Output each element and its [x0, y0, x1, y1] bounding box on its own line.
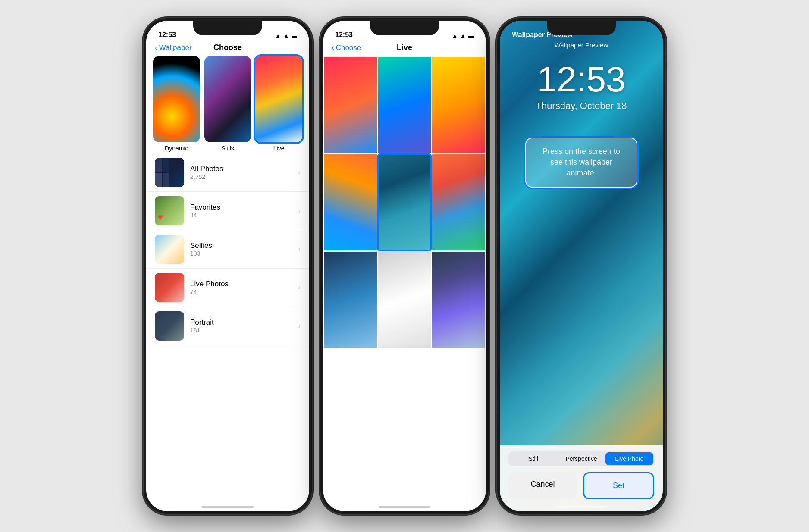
live-cell-1[interactable]: [324, 57, 377, 153]
selfies-thumb: [155, 235, 184, 264]
portrait-name: Portrait: [190, 318, 292, 327]
list-item-all-photos[interactable]: All Photos 2,752 ›: [146, 153, 309, 192]
phone-2-notch: [370, 21, 439, 35]
live-wallpaper-grid: [323, 56, 486, 349]
dynamic-thumb: [153, 56, 200, 142]
photo-albums-list: All Photos 2,752 › ♥ Favorites 34 ›: [146, 153, 309, 345]
phone-1-notch: [193, 21, 262, 35]
phone-1: 12:53 ▲ ▲ ▬ ‹ Wallpaper Choose: [144, 18, 312, 514]
dynamic-label: Dynamic: [153, 145, 200, 152]
phone-2-nav-bar: ‹ Choose Live: [323, 41, 486, 56]
preview-date: Thursday, October 18: [536, 100, 627, 112]
list-item-favorites[interactable]: ♥ Favorites 34 ›: [146, 192, 309, 230]
selfies-info: Selfies 103: [190, 241, 292, 257]
phone-1-inner: 12:53 ▲ ▲ ▬ ‹ Wallpaper Choose: [146, 21, 309, 511]
all-photos-name: All Photos: [190, 165, 292, 173]
signal-icon: ▲: [275, 32, 281, 39]
signal-icon: ▲: [452, 32, 458, 39]
battery-icon: ▬: [468, 32, 474, 39]
stills-thumb: [204, 56, 251, 142]
live-cell-2[interactable]: [378, 57, 431, 153]
battery-icon: ▬: [292, 32, 297, 39]
preview-overlay: Wallpaper Preview Wallpaper Preview 12:5…: [500, 21, 663, 511]
live-cell-6[interactable]: [432, 154, 485, 250]
chevron-left-icon: ‹: [332, 44, 334, 52]
phone-2-status-icons: ▲ ▲ ▬: [452, 32, 474, 39]
all-photos-thumb: [155, 158, 184, 187]
favorites-name: Favorites: [190, 203, 292, 212]
home-indicator: [379, 506, 430, 508]
favorites-count: 34: [190, 212, 292, 219]
portrait-info: Portrait 181: [190, 318, 292, 334]
home-indicator: [202, 506, 254, 508]
phones-container: 12:53 ▲ ▲ ▬ ‹ Wallpaper Choose: [135, 9, 674, 523]
phone-2-inner: 12:53 ▲ ▲ ▬ ‹ Choose Live: [323, 21, 486, 511]
list-item-selfies[interactable]: Selfies 103 ›: [146, 230, 309, 269]
selfies-count: 103: [190, 250, 292, 257]
seg-live-photo[interactable]: Live Photo: [605, 452, 653, 465]
seg-still[interactable]: Still: [509, 452, 557, 465]
portrait-thumb: [155, 311, 184, 341]
stills-label: Stills: [204, 145, 251, 152]
live-cell-7[interactable]: [324, 252, 377, 348]
phone-2: 12:53 ▲ ▲ ▬ ‹ Choose Live: [320, 18, 489, 514]
phone-2-back-button[interactable]: ‹ Choose: [332, 44, 361, 52]
wallpaper-type-dynamic[interactable]: Dynamic: [153, 56, 200, 152]
press-hint-text: Press on the screen to see this wallpape…: [542, 147, 620, 177]
live-cell-4[interactable]: [324, 154, 377, 250]
set-button[interactable]: Set: [583, 472, 654, 499]
wifi-icon: ▲: [283, 32, 289, 39]
favorites-thumb: ♥: [155, 196, 184, 225]
portrait-count: 181: [190, 327, 292, 334]
chevron-icon: ›: [298, 169, 301, 176]
phone-3-inner: Wallpaper Preview Wallpaper Preview 12:5…: [500, 21, 663, 511]
chevron-icon: ›: [298, 245, 301, 253]
live-label: Live: [255, 145, 302, 152]
selfies-name: Selfies: [190, 241, 292, 250]
favorites-info: Favorites 34: [190, 203, 292, 219]
wifi-icon: ▲: [460, 32, 466, 39]
chevron-left-icon: ‹: [155, 44, 157, 52]
preview-background: Wallpaper Preview Wallpaper Preview 12:5…: [500, 21, 663, 511]
cancel-button[interactable]: Cancel: [508, 472, 577, 499]
live-cell-5[interactable]: [378, 154, 431, 250]
wallpaper-type-live[interactable]: Live: [255, 56, 302, 152]
phone-1-status-icons: ▲ ▲ ▬: [275, 32, 297, 39]
live-photos-info: Live Photos 74: [190, 280, 292, 295]
phone-1-nav-title: Choose: [213, 43, 242, 52]
phone-1-time: 12:53: [158, 31, 176, 39]
live-photos-name: Live Photos: [190, 280, 292, 288]
chevron-icon: ›: [298, 207, 301, 215]
live-photos-thumb: [155, 273, 184, 302]
segmented-control[interactable]: Still Perspective Live Photo: [508, 451, 654, 466]
live-cell-8[interactable]: [378, 252, 431, 348]
phone-1-nav-bar: ‹ Wallpaper Choose: [146, 41, 309, 56]
preview-label: Wallpaper Preview: [555, 41, 608, 49]
phone-1-back-button[interactable]: ‹ Wallpaper: [155, 44, 192, 52]
list-item-portrait[interactable]: Portrait 181 ›: [146, 307, 309, 345]
phone-3-bottom-bar: Still Perspective Live Photo Cancel Set: [500, 445, 663, 511]
wallpaper-type-stills[interactable]: Stills: [204, 56, 251, 152]
all-photos-count: 2,752: [190, 173, 292, 180]
phone-1-wallpaper-section: Dynamic Stills Live: [146, 56, 309, 152]
wallpaper-type-row: Dynamic Stills Live: [153, 56, 302, 152]
chevron-icon: ›: [298, 284, 301, 291]
live-cell-9[interactable]: [432, 252, 485, 348]
phone-3: Wallpaper Preview Wallpaper Preview 12:5…: [497, 18, 665, 514]
live-thumb: [255, 56, 302, 142]
phone-2-nav-title: Live: [397, 43, 412, 52]
preview-time-large: 12:53: [537, 62, 625, 97]
phone-3-notch: [547, 21, 616, 35]
live-cell-3[interactable]: [432, 57, 485, 153]
press-hint-box: Press on the screen to see this wallpape…: [525, 138, 637, 188]
live-photos-count: 74: [190, 288, 292, 295]
home-indicator: [555, 506, 607, 508]
seg-perspective[interactable]: Perspective: [557, 452, 605, 465]
phone-2-time: 12:53: [335, 31, 353, 39]
list-item-live-photos[interactable]: Live Photos 74 ›: [146, 269, 309, 307]
all-photos-info: All Photos 2,752: [190, 165, 292, 180]
action-buttons: Cancel Set: [508, 472, 654, 499]
chevron-icon: ›: [298, 322, 301, 330]
